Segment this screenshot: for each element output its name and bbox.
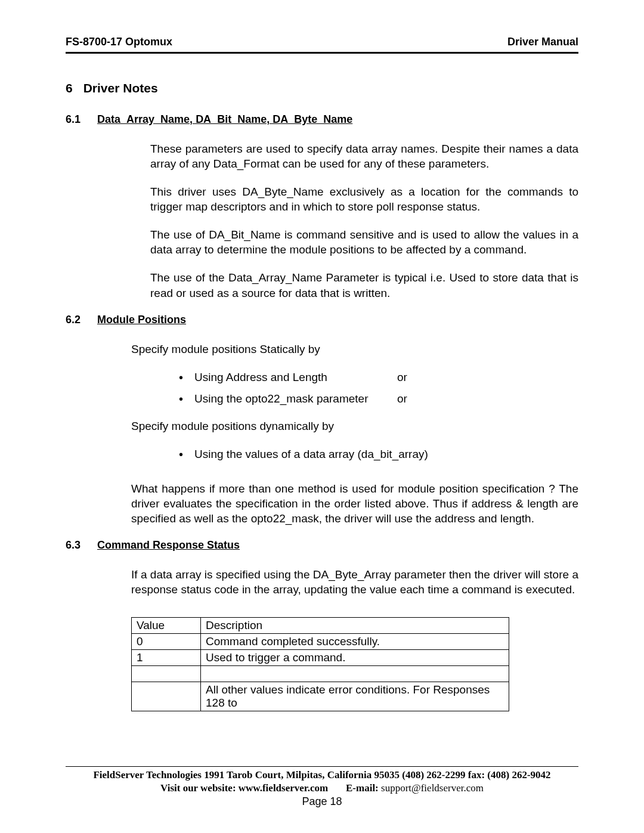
footer-line1: FieldServer Technologies 1991 Tarob Cour… xyxy=(0,769,644,781)
section-6-num: 6 xyxy=(66,81,73,95)
footer-email-label: E-mail: xyxy=(346,782,379,794)
bullet-text: Using the opto22_mask parameter xyxy=(194,392,397,405)
list-item: Using the opto22_mask parameter or xyxy=(179,392,578,405)
bullet-text: Using the values of a data array (da_bit… xyxy=(194,448,428,461)
td-value: 1 xyxy=(132,650,201,666)
footer-email: support@fieldserver.com xyxy=(381,782,484,794)
s6-2-bullets-dynamic: Using the values of a data array (da_bit… xyxy=(66,448,578,461)
header-right: Driver Manual xyxy=(507,36,578,48)
section-6-3-num: 6.3 xyxy=(66,539,80,552)
footer-rule xyxy=(66,766,578,767)
s6-2-bullets-static: Using Address and Length or Using the op… xyxy=(66,371,578,405)
s6-2-intro1: Specify module positions Statically by xyxy=(131,342,578,357)
page-footer: FieldServer Technologies 1991 Tarob Cour… xyxy=(0,766,644,808)
list-item: Using Address and Length or xyxy=(179,371,578,384)
s6-1-p1: These parameters are used to specify dat… xyxy=(150,141,578,171)
s6-1-p4: The use of the Data_Array_Name Parameter… xyxy=(150,270,578,300)
list-item: Using the values of a data array (da_bit… xyxy=(179,448,578,461)
table-row: All other values indicate error conditio… xyxy=(132,682,509,711)
section-6-2-num: 6.2 xyxy=(66,314,80,326)
td-desc xyxy=(201,666,509,682)
response-status-table: Value Description 0 Command completed su… xyxy=(131,617,509,711)
footer-line2: Visit our website: www.fieldserver.com E… xyxy=(0,782,644,794)
footer-website-label: Visit our website: www.fieldserver.com xyxy=(160,782,328,794)
th-value: Value xyxy=(132,618,201,634)
s6-1-p2: This driver uses DA_Byte_Name exclusivel… xyxy=(150,184,578,214)
page-header: FS-8700-17 Optomux Driver Manual xyxy=(66,36,578,54)
section-6-1-num: 6.1 xyxy=(66,113,80,126)
td-value xyxy=(132,682,201,711)
bullet-text: Using Address and Length xyxy=(194,371,397,384)
s6-2-intro2: Specify module positions dynamically by xyxy=(131,419,578,433)
table-row xyxy=(132,666,509,682)
td-desc: Command completed successfully. xyxy=(201,634,509,650)
s6-1-p3: The use of DA_Bit_Name is command sensit… xyxy=(150,227,578,257)
footer-page-number: Page 18 xyxy=(0,795,644,808)
section-6-3-heading: 6.3 Command Response Status xyxy=(66,539,578,552)
section-6-1-heading: 6.1 Data_Array_Name, DA_Bit_Name, DA_Byt… xyxy=(66,113,578,126)
section-6-2-heading: 6.2 Module Positions xyxy=(66,314,578,326)
s6-2-after: What happens if more than one method is … xyxy=(131,481,578,526)
td-value: 0 xyxy=(132,634,201,650)
section-6-title: Driver Notes xyxy=(83,81,158,95)
section-6-3-title: Command Response Status xyxy=(97,539,240,552)
td-desc: Used to trigger a command. xyxy=(201,650,509,666)
bullet-or: or xyxy=(397,392,407,405)
td-desc: All other values indicate error conditio… xyxy=(201,682,509,711)
td-value xyxy=(132,666,201,682)
s6-3-p1: If a data array is specified using the D… xyxy=(131,567,578,597)
th-description: Description xyxy=(201,618,509,634)
section-6-2-title: Module Positions xyxy=(97,314,186,326)
section-6-1-title: Data_Array_Name, DA_Bit_Name, DA_Byte_Na… xyxy=(97,113,352,126)
bullet-or: or xyxy=(397,371,407,384)
table-row: Value Description xyxy=(132,618,509,634)
section-6-heading: 6 Driver Notes xyxy=(66,81,578,95)
table-row: 0 Command completed successfully. xyxy=(132,634,509,650)
header-left: FS-8700-17 Optomux xyxy=(66,36,172,48)
table-row: 1 Used to trigger a command. xyxy=(132,650,509,666)
